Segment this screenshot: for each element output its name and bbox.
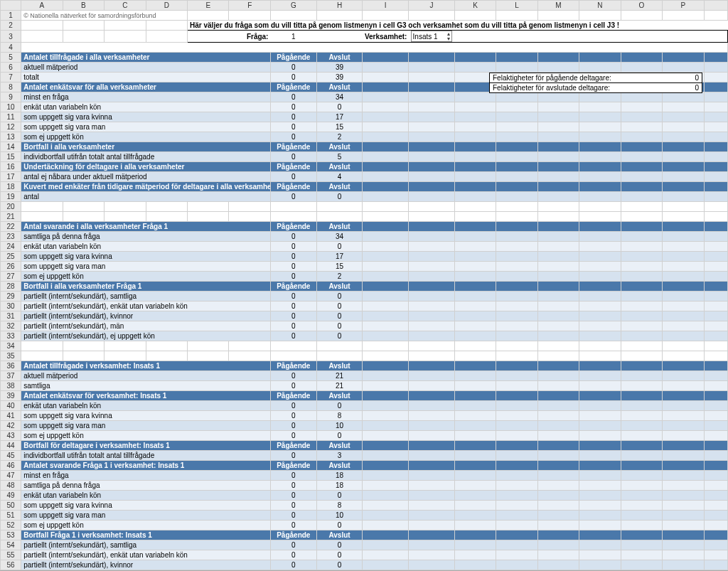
row[interactable]: 29partiellt (internt/sekundärt), samtlig… [1,292,728,301]
row[interactable]: 3 Fråga: 1 Verksamhet: Insats 1▴▾ [1,31,728,43]
col-header[interactable]: A [21,1,63,11]
row[interactable]: 54partiellt (internt/sekundärt), samtlig… [1,540,728,550]
col-header[interactable]: B [63,1,104,11]
col-header[interactable]: D [146,1,187,11]
col-header[interactable]: K [454,1,496,11]
row-header[interactable]: 42 [1,421,21,431]
row[interactable]: 5Antalet tillfrågade i alla verksamheter… [1,53,728,63]
row[interactable]: 42som uppgett sig vara man010 [1,421,728,431]
row-header[interactable]: 13 [1,132,21,142]
row[interactable]: 39Antalet enkätsvar för verksamhet: Insa… [1,391,728,401]
row[interactable]: 10enkät utan variabeln kön00 [1,102,728,112]
row-header[interactable]: 2 [1,21,21,31]
row-header[interactable]: 23 [1,232,21,242]
row[interactable]: 56partiellt (internt/sekundärt), kvinnor… [1,560,728,570]
row-header[interactable]: 51 [1,511,21,521]
row[interactable]: 9minst en fråga034 [1,92,728,102]
col-header[interactable]: F [229,1,270,11]
row[interactable]: 26som uppgett sig vara man015 [1,262,728,272]
row-header[interactable]: 6 [1,63,21,73]
row[interactable]: 49enkät utan variabeln kön00 [1,491,728,501]
row-header[interactable]: 55 [1,550,21,560]
row[interactable]: 31partiellt (internt/sekundärt), kvinnor… [1,311,728,321]
row-header[interactable]: 32 [1,321,21,331]
row[interactable]: 21 [1,212,728,222]
row[interactable]: 32partiellt (internt/sekundärt), män00 [1,321,728,331]
row-header[interactable]: 56 [1,560,21,570]
row[interactable]: 44Bortfall för deltagare i verksamhet: I… [1,441,728,451]
row[interactable]: 28Bortfall i alla verksamheter Fråga 1På… [1,282,728,292]
row-header[interactable]: 29 [1,292,21,301]
row-header[interactable]: 7 [1,73,21,82]
row-header[interactable]: 17 [1,172,21,182]
row[interactable]: 55partiellt (internt/sekundärt), enkät u… [1,550,728,560]
row[interactable]: 35 [1,351,728,361]
row-header[interactable]: 18 [1,182,21,192]
row[interactable]: 12som uppgett sig vara man015 [1,122,728,132]
row[interactable]: 18Kuvert med enkäter från tidigare mätpe… [1,182,728,192]
row-header[interactable]: 19 [1,192,21,202]
row[interactable]: 2 Här väljer du fråga som du vill titta … [1,21,728,31]
row-header[interactable]: 27 [1,272,21,282]
row[interactable]: 45individbortfall utifrån totalt antal t… [1,451,728,461]
select-all-corner[interactable] [1,1,21,11]
row[interactable]: 14Bortfall i alla verksamheterPågåendeAv… [1,142,728,152]
row[interactable]: 34 [1,341,728,351]
row[interactable]: 51som uppgett sig vara man010 [1,511,728,521]
row-header[interactable]: 54 [1,540,21,550]
row-header[interactable]: 52 [1,521,21,530]
col-header[interactable]: O [621,1,662,11]
col-header[interactable]: M [537,1,579,11]
row[interactable]: 52som ej uppgett kön00 [1,521,728,530]
row[interactable]: 20 [1,202,728,212]
row-header[interactable]: 44 [1,441,21,451]
row-header[interactable]: 20 [1,202,21,212]
row-header[interactable]: 31 [1,311,21,321]
row-header[interactable]: 38 [1,381,21,391]
row-header[interactable]: 45 [1,451,21,461]
col-header[interactable]: J [409,1,455,11]
row[interactable]: 1 © Nationella nätverket för samordnings… [1,11,728,21]
col-header[interactable]: E [188,1,229,11]
row[interactable]: 16Undertäckning för deltagare i alla ver… [1,162,728,172]
row-header[interactable]: 40 [1,401,21,411]
row[interactable]: 22Antal svarande i alla verksamheter Frå… [1,222,728,232]
row-header[interactable]: 5 [1,53,21,63]
row-header[interactable]: 47 [1,471,21,481]
row[interactable]: 24enkät utan variabeln kön00 [1,242,728,252]
row[interactable]: 37aktuell mätperiod021 [1,371,728,381]
row[interactable]: 33partiellt (internt/sekundärt), ej uppg… [1,331,728,341]
row-header[interactable]: 34 [1,341,21,351]
row-header[interactable]: 49 [1,491,21,501]
row-header[interactable]: 3 [1,31,21,43]
row[interactable]: 23samtliga på denna fråga034 [1,232,728,242]
row-header[interactable]: 43 [1,431,21,441]
row[interactable]: 47minst en fråga018 [1,471,728,481]
row-header[interactable]: 24 [1,242,21,252]
row[interactable]: 4 [1,43,728,53]
row-header[interactable]: 30 [1,301,21,311]
row-header[interactable]: 10 [1,102,21,112]
row-header[interactable]: 9 [1,92,21,102]
col-header[interactable]: P [663,1,704,11]
row-header[interactable]: 46 [1,461,21,471]
col-header[interactable]: N [579,1,621,11]
row-header[interactable]: 35 [1,351,21,361]
row[interactable]: 25som uppgett sig vara kvinna017 [1,252,728,262]
row[interactable]: 41som uppgett sig vara kvinna08 [1,411,728,421]
row-header[interactable]: 12 [1,122,21,132]
row[interactable]: 36Antalet tillfrågade i verksamhet: Insa… [1,361,728,371]
fraga-value-cell[interactable]: 1 [270,31,316,43]
col-header[interactable]: C [105,1,146,11]
col-header[interactable]: L [496,1,537,11]
col-header[interactable]: H [316,1,363,11]
row-header[interactable]: 1 [1,11,21,21]
row-header[interactable]: 53 [1,530,21,540]
row-header[interactable]: 33 [1,331,21,341]
row[interactable]: 27som ej uppgett kön02 [1,272,728,282]
row-header[interactable]: 16 [1,162,21,172]
row-header[interactable]: 50 [1,501,21,511]
row[interactable]: 17antal ej nåbara under aktuell mätperio… [1,172,728,182]
row[interactable]: 19antal00 [1,192,728,202]
row-header[interactable]: 25 [1,252,21,262]
